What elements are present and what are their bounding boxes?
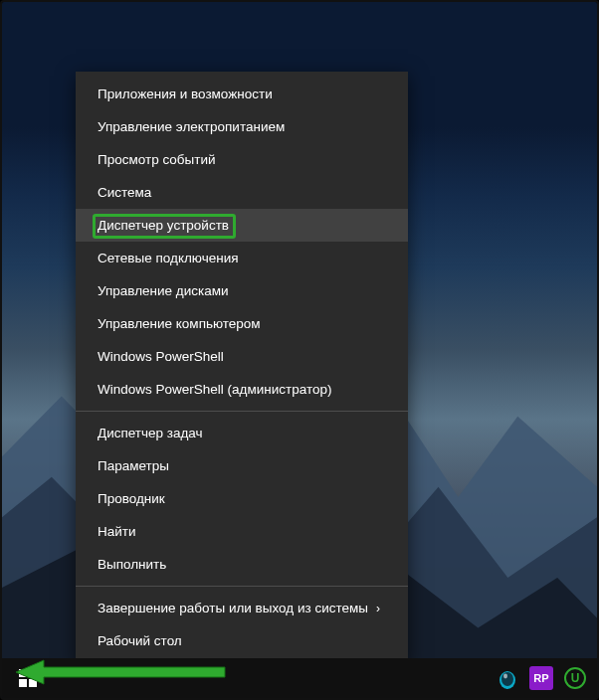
winx-context-menu: Приложения и возможностиУправление элект… [76,72,408,663]
menu-item-label: Параметры [98,458,169,473]
menu-item[interactable]: Завершение работы или выход из системы› [76,592,408,624]
svg-rect-0 [19,669,27,677]
menu-item[interactable]: Управление дисками [76,274,408,307]
u-circle-label: U [564,667,586,689]
tray-app-icon-1[interactable] [496,666,519,690]
menu-separator [76,586,408,587]
svg-rect-2 [19,679,27,687]
menu-item[interactable]: Выполнить [76,548,408,581]
menu-item-label: Выполнить [98,557,166,572]
menu-item-label: Проводник [98,491,165,506]
menu-item-label: Завершение работы или выход из системы [98,601,368,615]
menu-item-label: Приложения и возможности [98,87,273,101]
menu-item[interactable]: Windows PowerShell [76,340,408,373]
menu-item[interactable]: Система [76,176,408,209]
menu-item[interactable]: Управление компьютером [76,307,408,340]
menu-item-label: Управление электропитанием [98,119,285,134]
menu-item-label: Управление компьютером [98,316,261,331]
menu-item-label: Найти [98,524,136,539]
menu-item[interactable]: Приложения и возможности [76,78,408,110]
chevron-right-icon: › [376,602,380,615]
menu-item-label: Система [98,185,151,200]
tray-app-icon-u[interactable]: U [563,666,587,690]
svg-point-5 [501,672,513,686]
system-tray: RP U [490,666,593,690]
tray-app-icon-rp[interactable]: RP [529,666,553,690]
menu-item-label: Windows PowerShell [98,349,224,364]
svg-rect-3 [29,679,37,687]
menu-item-label: Диспетчер устройств [98,218,229,233]
taskbar: RP U [2,658,597,698]
menu-item-label: Сетевые подключения [98,251,239,265]
menu-item[interactable]: Проводник [76,482,408,515]
menu-item[interactable]: Найти [76,515,408,548]
menu-item-label: Windows PowerShell (администратор) [98,382,331,397]
menu-item[interactable]: Диспетчер устройств [76,209,408,242]
menu-item[interactable]: Сетевые подключения [76,242,408,274]
menu-separator [76,411,408,412]
svg-rect-1 [29,669,37,677]
menu-item[interactable]: Управление электропитанием [76,110,408,143]
menu-item-label: Диспетчер задач [98,426,203,440]
menu-item[interactable]: Просмотр событий [76,143,408,176]
menu-item[interactable]: Параметры [76,449,408,482]
menu-item[interactable]: Рабочий стол [76,624,408,657]
rp-badge-label: RP [529,666,553,690]
start-button[interactable] [6,658,50,698]
windows-logo-icon [19,669,37,687]
menu-item-label: Просмотр событий [98,152,216,167]
window-frame: Приложения и возможностиУправление элект… [0,0,599,700]
menu-item[interactable]: Диспетчер задач [76,417,408,449]
svg-point-6 [503,674,507,679]
menu-item-label: Рабочий стол [98,633,182,648]
menu-item[interactable]: Windows PowerShell (администратор) [76,373,408,406]
menu-item-label: Управление дисками [98,283,229,298]
